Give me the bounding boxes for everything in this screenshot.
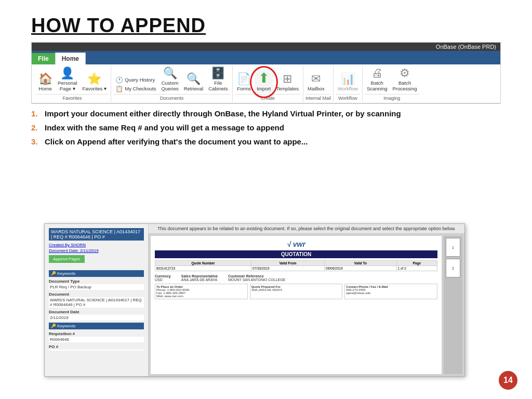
onbase-titlebar: OnBase (OnBase PRD) [32, 43, 500, 51]
btn-home[interactable]: 🏠 Home [36, 72, 55, 92]
ribbon-tabs: File Home [32, 51, 500, 64]
retrieval-icon: 🔍 [187, 73, 201, 85]
btn-templates[interactable]: ⊞ Templates [274, 72, 301, 92]
star-icon: ⭐ [87, 73, 101, 85]
templates-icon: ⊞ [283, 73, 292, 85]
btn-personal-page[interactable]: 👤 PersonalPage ▾ [56, 66, 79, 93]
step-text-1: Import your document either directly thr… [45, 108, 401, 119]
thumb-page-1[interactable]: 1 [446, 238, 460, 257]
page-title: HOW TO APPEND [0, 0, 532, 42]
btn-favorites-label: Favorites ▾ [83, 86, 107, 91]
ribbon-toolbar: 🏠 Home 👤 PersonalPage ▾ ⭐ Favorites ▾ Fa… [32, 64, 500, 103]
content-area: 1. Import your document either directly … [0, 104, 532, 147]
btn-retrieval[interactable]: 🔍 Retrieval [182, 72, 206, 92]
step-number-1: 1. [31, 108, 41, 119]
btn-batch-processing[interactable]: ⚙ BatchProcessing [391, 66, 419, 93]
step-text-3: Click on Append after verifying that's t… [45, 136, 308, 147]
po-value [49, 350, 144, 351]
upload-icon: ⬆ [258, 71, 270, 85]
quote-header-number: Quote Number [155, 261, 251, 266]
btn-custom-queries[interactable]: 🔍 CustomQueries [159, 66, 180, 93]
step-number-2: 2. [31, 122, 41, 133]
btn-batch-scanning[interactable]: 🖨 BatchScanning [365, 66, 390, 93]
btn-workflow[interactable]: 📊 Workflow [336, 72, 360, 92]
append-dialog: WARDS NATURAL SCIENCE | A01434017 | REQ … [44, 223, 465, 377]
scanner-icon: 🖨 [371, 68, 383, 79]
step-number-3: 3. [31, 136, 41, 147]
group-documents: 🕐 Query History 📋 My Checkouts 🔍 CustomQ… [111, 65, 232, 102]
cabinet-icon: 🗄️ [211, 68, 225, 79]
btn-forms[interactable]: 📄 Forms [235, 72, 254, 92]
home-icon: 🏠 [38, 73, 52, 85]
doc-type-value: PLR Req / PO Backup [49, 284, 144, 290]
quote-extra-text: CurrencyUSD Sales RepresentativeANA JARA… [155, 274, 437, 299]
tab-file[interactable]: File [32, 53, 55, 64]
workflow-icon: 📊 [341, 73, 355, 85]
popup-left-header: WARDS NATURAL SCIENCE | A01434017 | REQ … [49, 228, 144, 241]
btn-batch-processing-label: BatchProcessing [393, 80, 417, 92]
tab-home[interactable]: Home [55, 52, 86, 64]
popup-created-by: Created By SHORN [49, 243, 144, 247]
po-label: PO # [49, 344, 144, 349]
popup-doc-thumbnails: 1 2 [444, 236, 462, 374]
btn-query-history-label: Query History [125, 77, 155, 83]
quote-table: Quote Number Valid From Valid To Page 80… [155, 260, 437, 271]
append-pages-button[interactable]: Append Pages [49, 255, 85, 263]
onbase-window: OnBase (OnBase PRD) File Home 🏠 Home 👤 P… [31, 42, 501, 104]
quote-page-cell: 1 of 2 [396, 266, 437, 271]
quote-header-valid-from: Valid From [251, 261, 325, 266]
group-imaging: 🖨 BatchScanning ⚙ BatchProcessing Imagin… [363, 65, 421, 102]
clock-icon: 🕐 [115, 76, 123, 84]
person-icon: 👤 [60, 68, 74, 79]
step-item-2: 2. Index with the same Req # and you wil… [31, 122, 501, 133]
popup-left-panel: WARDS NATURAL SCIENCE | A01434017 | REQ … [45, 224, 149, 376]
group-workflow: 📊 Workflow Workflow [334, 65, 363, 102]
popup-doc-ref: WARDS NATURAL SCIENCE | A01434017 | REQ … [51, 229, 140, 240]
btn-forms-label: Forms [237, 86, 251, 91]
group-favorites: 🏠 Home 👤 PersonalPage ▾ ⭐ Favorites ▾ Fa… [34, 65, 111, 102]
doc-date-label2: Document Date [49, 310, 144, 314]
doc-date-value2: 2/11/2019 [49, 315, 144, 321]
keywords-icon-2: 🔑 [51, 324, 56, 328]
group-create: 📄 Forms ⬆ Import ⊞ Templates Create [233, 65, 303, 102]
group-favorites-label: Favorites [36, 94, 109, 101]
thumb-page-2[interactable]: 2 [446, 259, 460, 277]
btn-mailbox[interactable]: ✉ Mailbox [305, 72, 327, 92]
btn-file-cabinets[interactable]: 🗄️ FileCabinets [206, 66, 230, 93]
group-create-label: Create [235, 94, 301, 101]
quotation-title: QUOTATION [155, 250, 437, 258]
btn-query-history[interactable]: 🕐 Query History [113, 76, 158, 84]
btn-favorites[interactable]: ⭐ Favorites ▾ [81, 72, 109, 92]
req-value: R0064646 [49, 337, 144, 342]
step-item-1: 1. Import your document either directly … [31, 108, 501, 119]
btn-import-label: Import [257, 86, 271, 91]
keywords-icon: 🔑 [51, 271, 56, 276]
popup-doc-area: √ vwr QUOTATION Quote Number Valid From … [149, 234, 464, 376]
small-btns-col: 🕐 Query History 📋 My Checkouts [113, 76, 158, 93]
btn-retrieval-label: Retrieval [184, 86, 204, 91]
quote-header-valid-to: Valid To [325, 261, 397, 266]
step-item-3: 3. Click on Append after verifying that'… [31, 136, 501, 147]
keywords-label: Keywords [57, 271, 75, 276]
popup-doc-content: √ vwr QUOTATION Quote Number Valid From … [151, 236, 442, 374]
btn-templates-label: Templates [276, 86, 299, 91]
keywords-section: 🔑 Keywords [49, 270, 144, 277]
btn-import[interactable]: ⬆ Import [255, 70, 273, 92]
processing-icon: ⚙ [400, 68, 410, 79]
step-text-2: Index with the same Req # and you will g… [45, 122, 284, 133]
btn-file-cabinets-label: FileCabinets [208, 80, 228, 92]
btn-my-checkouts-label: My Checkouts [125, 86, 156, 91]
btn-personal-label: PersonalPage ▾ [58, 80, 77, 92]
quote-valid-to-cell: 09/06/2019 [325, 266, 397, 271]
group-internal-mail: ✉ Mailbox Internal Mail [303, 65, 334, 102]
group-documents-label: Documents [113, 94, 230, 101]
table-row: 8031412723 07/30/2019 09/06/2019 1 of 2 [155, 266, 437, 271]
vwr-logo: √ vwr [155, 240, 437, 248]
quote-header-page: Page [396, 261, 437, 266]
btn-batch-scanning-label: BatchScanning [367, 80, 388, 92]
step-list: 1. Import your document either directly … [31, 108, 501, 147]
document-value: WARDS NATURAL SCIENCE | A01434017 | REQ … [49, 297, 144, 308]
btn-my-checkouts[interactable]: 📋 My Checkouts [113, 85, 158, 93]
keywords-label-2: Keywords [57, 324, 75, 328]
quote-number-cell: 8031412723 [155, 266, 251, 271]
